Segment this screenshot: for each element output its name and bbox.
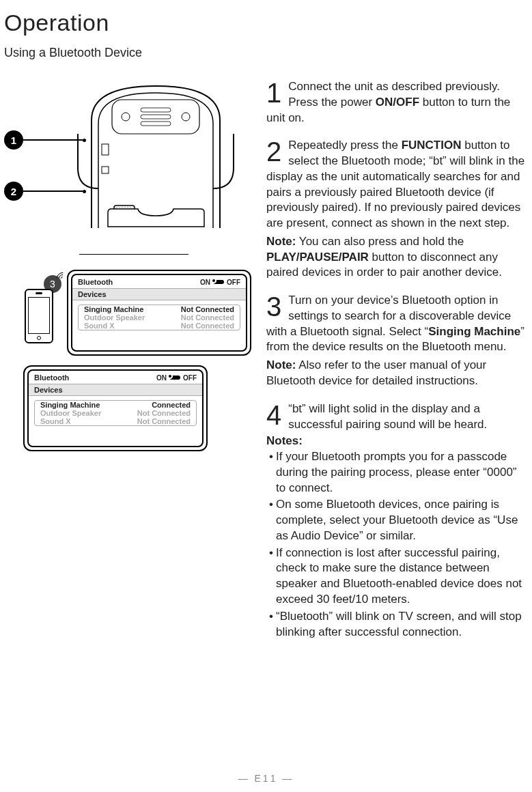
karaoke-device-illustration [64, 79, 247, 228]
note-label: Note: [266, 358, 296, 371]
callout-number-1: 1 [4, 130, 23, 150]
bt-row-status: Not Connected [181, 313, 234, 322]
svg-rect-0 [112, 100, 199, 134]
section-title: Using a Bluetooth Device [4, 46, 532, 60]
bt-toggle-icon: ON OFF [156, 374, 197, 382]
bt-row-status: Not Connected [137, 409, 191, 417]
svg-rect-4 [141, 115, 171, 119]
bullet-text: If connection is lost after successful p… [276, 546, 527, 608]
off-label: OFF [183, 374, 197, 382]
text-part: button to select the Bluetooth mode; “bt… [266, 139, 524, 229]
bt-devices-label: Devices [29, 384, 202, 396]
section-divider [79, 254, 188, 255]
step-number: 3 [266, 294, 281, 319]
content-columns: 1 2 [0, 79, 532, 641]
text-bold: ON/OFF [376, 96, 419, 109]
bt-row-status: Connected [152, 401, 191, 409]
svg-rect-8 [102, 167, 109, 173]
bt-row-sound-x: Sound X Not Connected [79, 322, 240, 330]
bluetooth-panel-before: Bluetooth ON OFF Devices Singing Machine… [67, 270, 251, 356]
bt-row-status: Not Connected [137, 417, 191, 425]
step-number: 4 [266, 403, 281, 427]
page-title: Operation [4, 10, 532, 36]
bt-row-outdoor-speaker: Outdoor Speaker Not Connected [79, 313, 240, 322]
step-text: Repeatedly press the FUNCTION button to … [266, 138, 527, 231]
bluetooth-screens-area: Bluetooth ON OFF Devices Singing Machine… [4, 270, 257, 495]
bullet-text: “Bluetooth” will blink on TV screen, and… [276, 609, 527, 640]
bt-row-name: Outdoor Speaker [84, 313, 145, 322]
text-bold: FUNCTION [402, 139, 462, 152]
bt-device-list: Singing Machine Connected Outdoor Speake… [34, 400, 197, 426]
text-part: Repeatedly press the [288, 139, 401, 152]
bt-row-singing-machine: Singing Machine Not Connected [79, 305, 240, 313]
step-2-note: Note: You can also press and hold the PL… [266, 234, 527, 281]
page-footer: — E11 — [0, 773, 532, 784]
bt-row-singing-machine: Singing Machine Connected [35, 401, 196, 409]
svg-point-1 [122, 113, 130, 121]
text-bold: Singing Machine [428, 325, 520, 338]
step-text: Connect the unit as described previously… [266, 79, 527, 126]
left-column: 1 2 [4, 79, 264, 641]
bt-header-row: Bluetooth ON OFF [29, 371, 202, 384]
text-part: You can also press and hold the [296, 235, 464, 248]
step-1: 1 Connect the unit as described previous… [266, 79, 527, 126]
bt-header-label: Bluetooth [78, 278, 113, 286]
text-part: Also refer to the user manual of your Bl… [266, 358, 486, 387]
on-label: ON [200, 279, 210, 286]
bt-row-name: Singing Machine [40, 401, 100, 409]
bt-row-status: Not Connected [181, 305, 234, 313]
bt-row-status: Not Connected [181, 322, 234, 330]
bt-toggle-icon: ON OFF [200, 279, 240, 286]
bt-header-row: Bluetooth ON OFF [72, 275, 246, 288]
svg-rect-7 [102, 144, 109, 155]
notes-header: Notes: [266, 434, 527, 449]
bt-row-name: Sound X [84, 322, 115, 330]
off-label: OFF [227, 279, 240, 286]
svg-point-2 [182, 113, 190, 121]
bullet-text: On some Bluetooth devices, once pairing … [276, 497, 527, 543]
bt-row-outdoor-speaker: Outdoor Speaker Not Connected [35, 409, 196, 417]
step-text: Turn on your device’s Bluetooth option i… [266, 293, 527, 355]
svg-rect-5 [141, 122, 171, 126]
right-column: 1 Connect the unit as described previous… [266, 79, 527, 641]
note-bullet: •If your Bluetooth prompts you for a pas… [266, 449, 527, 496]
step-4: 4 “bt” will light solid in the display a… [266, 401, 527, 433]
device-illustration-area: 1 2 [4, 79, 257, 236]
bt-row-name: Singing Machine [84, 305, 143, 313]
callout-number-2: 2 [4, 182, 23, 201]
bt-row-name: Outdoor Speaker [40, 409, 101, 417]
on-label: ON [156, 374, 167, 382]
bluetooth-panel-after: Bluetooth ON OFF Devices Singing Machine… [23, 365, 208, 451]
step-3: 3 Turn on your device’s Bluetooth option… [266, 293, 527, 355]
bt-device-list: Singing Machine Not Connected Outdoor Sp… [78, 305, 240, 330]
note-bullet: •“Bluetooth” will blink on TV screen, an… [266, 609, 527, 640]
note-label: Note: [266, 235, 296, 248]
bt-devices-label: Devices [72, 288, 246, 300]
step-text: “bt” will light solid in the display and… [266, 401, 527, 433]
bt-row-name: Sound X [40, 417, 71, 425]
step-2: 2 Repeatedly press the FUNCTION button t… [266, 138, 527, 231]
svg-rect-3 [141, 108, 171, 112]
step-number: 2 [266, 139, 281, 164]
text-bold: PLAY/PAUSE/PAIR [266, 251, 369, 264]
bt-header-label: Bluetooth [34, 373, 69, 382]
bt-row-sound-x: Sound X Not Connected [35, 417, 196, 425]
step-number: 1 [266, 81, 281, 105]
note-bullet: •On some Bluetooth devices, once pairing… [266, 497, 527, 543]
step-3-note: Note: Also refer to the user manual of y… [266, 358, 527, 389]
phone-icon [25, 289, 53, 343]
bullet-text: If your Bluetooth prompts you for a pass… [276, 449, 527, 496]
note-bullet: •If connection is lost after successful … [266, 546, 527, 608]
